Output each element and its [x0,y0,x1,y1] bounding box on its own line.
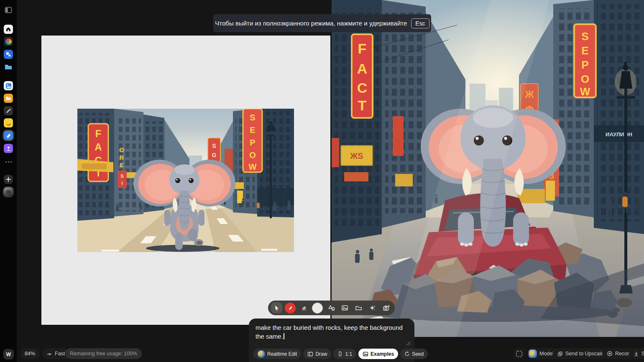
neon-sign-fact: F A C T [88,124,108,181]
svg-text:ИАУЛИОН: ИАУЛИОН [606,131,632,138]
svg-text:W: W [249,162,257,171]
examples-icon [363,351,368,357]
model-label: Model [539,351,554,357]
prompt-text-value: make the car buried with rocks, keep the… [256,324,403,340]
gallery-icon[interactable] [4,81,13,90]
svg-text:F: F [358,41,367,56]
result-image-elephant-car-rocks: F A C T ЖЅ R E D S E P [332,0,644,337]
frame-selection-button[interactable] [514,348,524,359]
svg-text:O: O [581,73,589,85]
eraser-tool[interactable] [298,302,309,314]
home-icon[interactable] [4,25,13,34]
dashed-frame-icon [516,350,523,357]
enhance-sparkles-tool[interactable] [367,302,378,314]
toast-message: Чтобы выйти из полноэкранного режима, на… [215,20,407,27]
prompt-mode-row: Realtime Edit Draw 1:1 Examples Seed [253,349,428,359]
color-swatch-tool[interactable] [312,302,323,314]
prompt-box: make the car buried with rocks, keep the… [249,319,414,362]
model-thumbnail-icon [529,349,537,358]
brush-tool[interactable] [285,303,296,314]
drawing-canvas[interactable]: F A C T O R E S I S E P [41,36,330,325]
svg-text:E: E [581,44,588,57]
add-app-button[interactable] [4,175,13,184]
svg-text:O: O [249,150,256,160]
svg-text:G: G [212,152,217,158]
seed-refresh-icon [404,351,410,357]
send-to-upscale-button[interactable]: Send to Upscale [553,348,608,359]
send-to-upscale-label: Send to Upscale [565,351,604,357]
app-sidebar: W [0,0,17,362]
workspace-thumbnail[interactable] [4,187,13,196]
examples-label: Examples [371,351,394,357]
svg-text:S: S [212,143,216,149]
realtime-canvas-app: W [0,0,644,362]
orange-folder-icon[interactable] [4,94,13,103]
insert-image-tool[interactable] [339,302,350,314]
workspace-thumbnail-detail [6,190,10,194]
svg-text:S: S [120,173,123,178]
svg-text:S: S [581,30,588,43]
neon-sign-sepow-right: S E P O W [574,24,596,98]
seed-button[interactable]: Seed [400,349,428,359]
account-avatar[interactable]: W [3,349,14,359]
usage-indicator: Remaining free usage: 100% [65,348,142,359]
blue-folder-icon[interactable] [4,62,13,71]
storefront-sign: ИАУЛИОН [594,125,644,142]
magic-wand-icon[interactable] [4,106,13,115]
upscale-icon [557,351,563,357]
folder-tool[interactable] [353,302,364,314]
shapes-tool[interactable] [326,302,337,314]
draw-label: Draw [315,351,327,357]
seed-label: Seed [412,351,424,357]
yellow-board: ЖЅ [341,145,373,166]
svg-text:T: T [358,97,367,113]
svg-text:P: P [581,59,588,71]
realtime-edit-label: Realtime Edit [267,351,297,357]
svg-text:A: A [95,141,102,153]
svg-text:R: R [120,154,124,161]
realtime-edit-thumbnail-icon [258,350,265,358]
svg-text:O: O [119,146,124,153]
realtime-edit-button[interactable]: Realtime Edit [253,349,301,359]
persona-icon[interactable] [4,144,13,153]
svg-text:Ж: Ж [524,89,534,100]
select-tool[interactable] [271,302,282,314]
svg-text:C: C [357,80,368,96]
paint-app-icon[interactable] [4,131,13,140]
source-image-elephant-street: F A C T O R E S I S E P [77,109,294,252]
account-initial: W [6,352,11,357]
draw-button[interactable]: Draw [303,349,331,359]
canvas-app-icon[interactable] [4,50,13,59]
aspect-ratio-button[interactable]: 1:1 [333,349,356,359]
esc-key-badge: Esc [411,18,429,28]
fullscreen-exit-toast: Чтобы выйти из полноэкранного режима, на… [213,14,431,32]
banana-icon[interactable] [4,118,13,127]
aspect-ratio-label: 1:1 [345,351,352,357]
text-caret [284,333,284,339]
svg-text:A: A [357,61,368,76]
svg-text:ЖЅ: ЖЅ [350,151,363,161]
save-button[interactable]: Save [629,348,644,359]
prompt-input[interactable]: make the car buried with rocks, keep the… [256,324,403,341]
aspect-ratio-icon [337,351,343,357]
zoom-level-button[interactable]: 84% [20,348,40,359]
speed-mode-label: Fast [55,351,65,357]
svg-text:W: W [580,85,590,98]
svg-text:P: P [250,138,255,147]
svg-text:E: E [250,125,255,135]
canvas-toolbar [268,301,395,315]
save-label: Save [641,351,644,357]
resize-handle-icon[interactable] [406,341,411,346]
color-wheel-icon[interactable] [4,37,13,46]
svg-text:F: F [95,128,102,139]
draw-icon [307,351,313,357]
sidebar-toggle-icon[interactable] [4,5,13,15]
examples-button[interactable]: Examples [358,349,398,359]
more-apps-icon[interactable] [4,157,13,166]
neon-sign-fact-right-scene: F A C T [352,34,373,118]
neon-sign-sepow: S E P O W [243,109,262,172]
svg-text:E: E [120,161,124,168]
color-swatch [312,303,323,314]
record-icon [607,351,613,357]
capture-tool[interactable] [381,302,392,314]
